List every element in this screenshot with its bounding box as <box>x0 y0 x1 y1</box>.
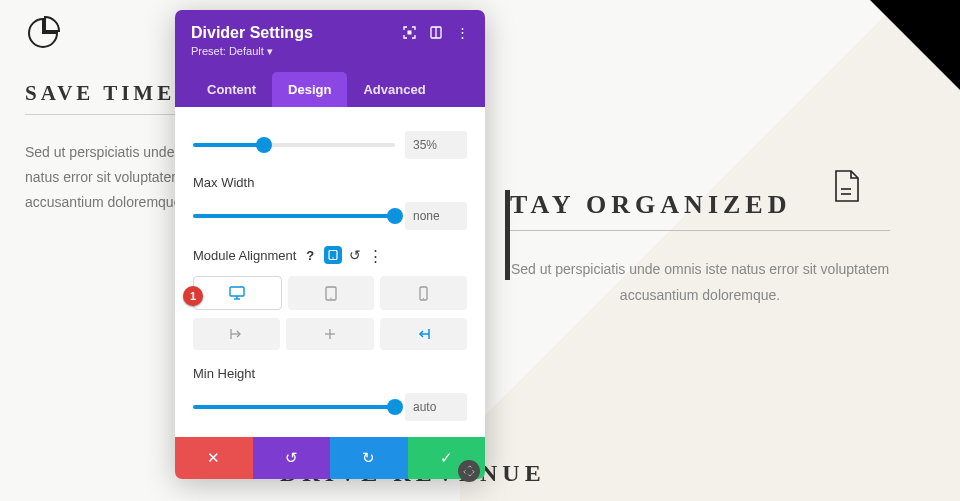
svg-point-13 <box>423 297 424 298</box>
heading-save-time: SAVE TIME <box>25 81 175 115</box>
device-tablet-button[interactable] <box>288 276 375 310</box>
divider-settings-modal: Divider Settings Preset: Default ▾ ⋮ Con… <box>175 10 485 479</box>
redo-button[interactable]: ↻ <box>330 437 408 479</box>
align-center-button[interactable] <box>286 318 373 350</box>
tab-design[interactable]: Design <box>272 72 347 107</box>
svg-rect-7 <box>230 287 244 296</box>
min-height-input[interactable]: auto <box>405 393 467 421</box>
align-right-button[interactable] <box>380 318 467 350</box>
modal-header: Divider Settings Preset: Default ▾ ⋮ Con… <box>175 10 485 107</box>
paragraph-right: Sed ut perspiciatis unde omnis iste natu… <box>510 257 890 309</box>
max-width-label: Max Width <box>193 175 467 190</box>
document-icon <box>834 170 860 202</box>
svg-point-6 <box>333 257 334 258</box>
width-input[interactable]: 35% <box>405 131 467 159</box>
pie-chart-icon <box>25 15 61 51</box>
help-icon[interactable]: ? <box>303 248 317 263</box>
module-alignment-label: Module Alignment <box>193 248 296 263</box>
vertical-accent-bar <box>505 190 510 280</box>
max-width-input[interactable]: none <box>405 202 467 230</box>
device-phone-button[interactable] <box>380 276 467 310</box>
kebab-menu-icon[interactable]: ⋮ <box>456 26 469 39</box>
device-desktop-button[interactable] <box>193 276 282 310</box>
min-height-label: Min Height <box>193 366 467 381</box>
width-slider[interactable] <box>193 143 395 147</box>
svg-point-11 <box>330 297 331 298</box>
column-right: TAY ORGANIZED Sed ut perspiciatis unde o… <box>510 190 890 309</box>
align-left-button[interactable] <box>193 318 280 350</box>
reset-icon[interactable]: ↺ <box>349 247 361 263</box>
undo-button[interactable]: ↺ <box>253 437 331 479</box>
corner-triangle <box>870 0 960 90</box>
modal-title: Divider Settings <box>191 24 313 42</box>
max-width-slider[interactable] <box>193 214 395 218</box>
modal-footer: ✕ ↺ ↻ ✓ <box>175 437 485 479</box>
field-menu-icon[interactable]: ⋮ <box>368 248 383 263</box>
drag-handle-icon[interactable] <box>458 460 480 482</box>
responsive-icon[interactable] <box>324 246 342 264</box>
tab-content[interactable]: Content <box>191 72 272 107</box>
heading-stay-organized: TAY ORGANIZED <box>510 190 890 231</box>
expand-icon[interactable] <box>403 26 416 39</box>
svg-rect-2 <box>408 31 412 35</box>
modal-body: 35% Max Width none Module Alignment ? ↺ <box>175 107 485 437</box>
snap-icon[interactable] <box>430 26 442 39</box>
preset-dropdown[interactable]: Preset: Default ▾ <box>191 45 313 58</box>
tab-advanced[interactable]: Advanced <box>347 72 441 107</box>
min-height-slider[interactable] <box>193 405 395 409</box>
annotation-badge-1: 1 <box>183 286 203 306</box>
modal-tabs: Content Design Advanced <box>191 72 469 107</box>
cancel-button[interactable]: ✕ <box>175 437 253 479</box>
